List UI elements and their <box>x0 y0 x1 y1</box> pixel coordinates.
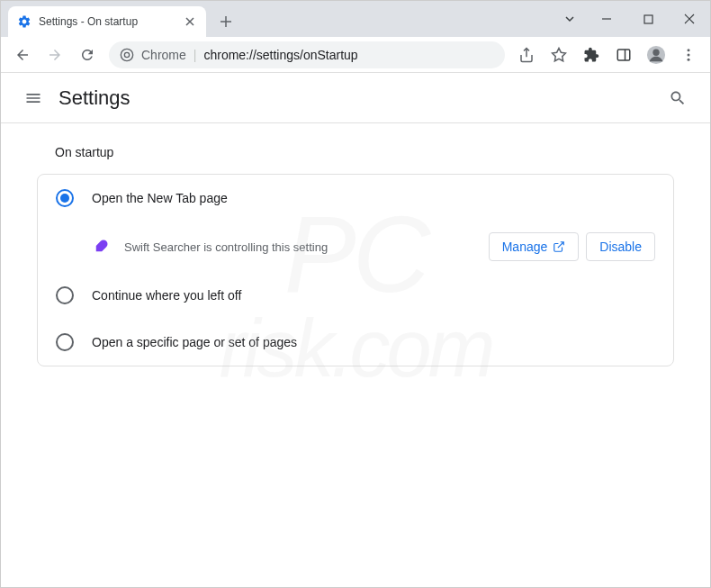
svg-rect-3 <box>617 50 630 60</box>
search-icon[interactable] <box>660 80 696 116</box>
title-bar: Settings - On startup <box>1 1 710 37</box>
extension-notice: Swift Searcher is controlling this setti… <box>38 222 673 272</box>
menu-icon[interactable] <box>674 41 703 69</box>
hamburger-menu[interactable] <box>15 80 51 116</box>
svg-point-1 <box>121 49 132 60</box>
new-tab-button[interactable] <box>213 9 238 34</box>
address-prefix: Chrome <box>141 48 186 62</box>
extensions-icon[interactable] <box>577 41 606 69</box>
chrome-icon <box>120 48 134 62</box>
close-window-button[interactable] <box>669 1 710 37</box>
share-icon[interactable] <box>512 41 541 69</box>
side-panel-icon[interactable] <box>609 41 638 69</box>
manage-button[interactable]: Manage <box>489 232 580 261</box>
radio-unselected[interactable] <box>56 333 74 351</box>
option-label: Open the New Tab page <box>92 191 228 205</box>
window-controls <box>554 1 710 37</box>
profile-icon[interactable] <box>642 41 670 69</box>
option-label: Open a specific page or set of pages <box>92 335 297 349</box>
page-title: Settings <box>58 86 130 110</box>
bookmark-icon[interactable] <box>544 41 573 69</box>
option-continue[interactable]: Continue where you left off <box>38 272 673 319</box>
minimize-button[interactable] <box>586 1 627 37</box>
startup-options-card: Open the New Tab page Swift Searcher is … <box>37 174 674 366</box>
close-icon[interactable] <box>183 14 197 29</box>
option-new-tab[interactable]: Open the New Tab page <box>38 175 673 222</box>
address-bar[interactable]: Chrome | chrome://settings/onStartup <box>109 41 505 68</box>
reload-button[interactable] <box>73 41 102 69</box>
svg-rect-0 <box>644 15 652 23</box>
svg-point-2 <box>124 52 129 57</box>
svg-point-8 <box>688 53 690 56</box>
maximize-button[interactable] <box>627 1 669 37</box>
external-link-icon <box>553 240 565 253</box>
nav-bar: Chrome | chrome://settings/onStartup <box>1 37 710 73</box>
disable-button[interactable]: Disable <box>586 232 655 261</box>
svg-point-9 <box>688 58 690 60</box>
content-area: On startup Open the New Tab page Swift S… <box>1 123 710 388</box>
address-url: chrome://settings/onStartup <box>203 48 357 62</box>
back-button[interactable] <box>8 41 37 69</box>
feather-icon <box>92 238 110 256</box>
option-label: Continue where you left off <box>92 288 241 303</box>
svg-point-6 <box>652 49 659 55</box>
section-title: On startup <box>37 145 674 159</box>
tab-title: Settings - On startup <box>39 15 176 28</box>
browser-tab[interactable]: Settings - On startup <box>8 6 206 37</box>
address-separator: | <box>194 48 197 62</box>
radio-selected[interactable] <box>56 189 74 207</box>
option-specific-pages[interactable]: Open a specific page or set of pages <box>38 319 673 366</box>
forward-button[interactable] <box>40 41 69 69</box>
tab-search-button[interactable] <box>554 1 586 37</box>
svg-point-7 <box>688 49 690 51</box>
settings-header: Settings <box>1 73 710 123</box>
extension-text: Swift Searcher is controlling this setti… <box>124 240 474 254</box>
radio-unselected[interactable] <box>56 286 74 304</box>
gear-icon <box>17 14 32 29</box>
